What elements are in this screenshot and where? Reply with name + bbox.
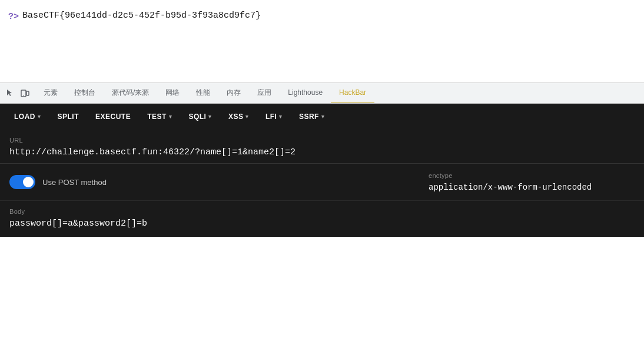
tab-elements[interactable]: 元素 (35, 82, 66, 104)
body-label: Body (9, 208, 635, 215)
tab-application[interactable]: 应用 (249, 82, 280, 104)
php-output-area: ?> BaseCTF{96e141dd-d2c5-452f-b95d-3f93a… (0, 0, 644, 82)
cursor-icon[interactable] (2, 86, 16, 100)
post-enctype-row: Use POST method enctype application/x-ww… (0, 164, 644, 201)
tab-console[interactable]: 控制台 (66, 82, 104, 104)
split-button[interactable]: SPLIT (49, 109, 88, 124)
enctype-label: enctype (429, 172, 453, 179)
post-method-label: Use POST method (42, 178, 107, 187)
tab-lighthouse[interactable]: Lighthouse (280, 82, 331, 104)
url-section: URL http://challenge.basectf.fun:46322/?… (0, 130, 644, 164)
devtools-icon-group (2, 86, 32, 100)
xss-button[interactable]: XSS ▾ (220, 109, 257, 124)
url-value[interactable]: http://challenge.basectf.fun:46322/?name… (9, 147, 635, 157)
tab-sources[interactable]: 源代码/来源 (104, 82, 157, 104)
hackbar-content: URL http://challenge.basectf.fun:46322/?… (0, 130, 644, 237)
tab-hackbar[interactable]: HackBar (331, 82, 374, 104)
lfi-button[interactable]: LFI ▾ (257, 109, 291, 124)
device-icon[interactable] (18, 86, 32, 100)
enctype-block: enctype application/x-www-form-urlencode… (429, 172, 635, 192)
svg-rect-1 (26, 91, 29, 95)
tab-network[interactable]: 网络 (157, 82, 188, 104)
hackbar-toolbar: LOAD ▾ SPLIT EXECUTE TEST ▾ SQLI ▾ XSS ▾… (0, 104, 644, 130)
execute-button[interactable]: EXECUTE (87, 109, 139, 124)
lfi-dropdown-arrow: ▾ (279, 114, 283, 120)
url-label: URL (9, 137, 635, 144)
enctype-value[interactable]: application/x-www-form-urlencoded (429, 183, 592, 192)
ssrf-button[interactable]: SSRF ▾ (291, 109, 333, 124)
sqli-button[interactable]: SQLI ▾ (180, 109, 220, 124)
load-button[interactable]: LOAD ▾ (6, 109, 49, 124)
ssrf-dropdown-arrow: ▾ (321, 114, 325, 120)
toggle-thumb (23, 177, 34, 187)
tab-performance[interactable]: 性能 (188, 82, 218, 104)
post-method-toggle[interactable] (9, 175, 35, 189)
toggle-track (9, 175, 35, 189)
body-section: Body password[]=a&password2[]=b (0, 201, 644, 237)
sqli-dropdown-arrow: ▾ (208, 114, 212, 120)
svg-point-2 (23, 95, 24, 96)
xss-dropdown-arrow: ▾ (245, 114, 249, 120)
test-dropdown-arrow: ▾ (169, 114, 172, 120)
load-dropdown-arrow: ▾ (38, 114, 41, 120)
post-left: Use POST method (9, 175, 429, 189)
php-prefix: ?> (8, 12, 19, 22)
body-value[interactable]: password[]=a&password2[]=b (9, 219, 635, 229)
devtools-tabbar: 元素 控制台 源代码/来源 网络 性能 内存 应用 Lighthouse Hac… (0, 82, 644, 104)
test-button[interactable]: TEST ▾ (139, 109, 180, 124)
tab-memory[interactable]: 内存 (218, 82, 249, 104)
php-output-text: BaseCTF{96e141dd-d2c5-452f-b95d-3f93a8cd… (22, 11, 261, 21)
